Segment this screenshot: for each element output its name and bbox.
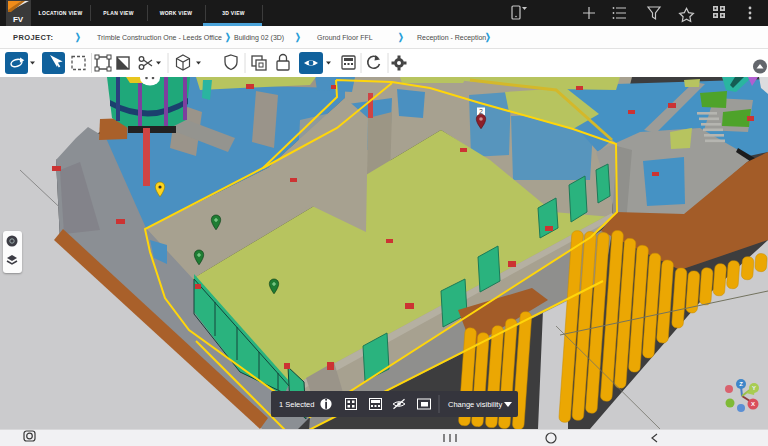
svg-text:Y: Y (752, 385, 756, 391)
svg-text:1 Selected: 1 Selected (279, 400, 314, 409)
svg-text:X: X (751, 401, 755, 407)
svg-text:2: 2 (479, 108, 483, 115)
svg-text:Z: Z (739, 381, 743, 387)
svg-text:Change visibility: Change visibility (448, 400, 502, 409)
svg-text:FV: FV (13, 15, 24, 24)
